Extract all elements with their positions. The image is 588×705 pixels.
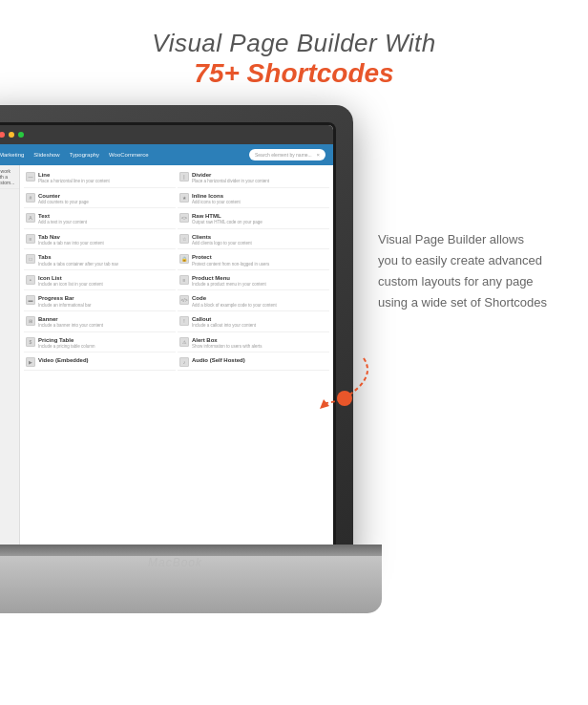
nav-item-typography[interactable]: Typography [70, 152, 99, 158]
screen-nav: Marketing Slideshow Typography WooCommer… [0, 144, 333, 165]
shortcode-icon-list[interactable]: • Icon List Include an icon list in your… [24, 272, 176, 291]
shortcode-protect[interactable]: 🔒 Protect Protect content from non-logge… [178, 251, 329, 270]
screen-content: to work with a custom... — Line Place a … [0, 165, 333, 551]
counter-icon: # [26, 193, 35, 203]
shortcode-clients[interactable]: ☆ Clients Add clients logo to your conte… [178, 231, 329, 250]
shortcode-pricing-table[interactable]: $ Pricing Table Include a pricing table … [24, 334, 176, 353]
arrow-container [306, 353, 383, 411]
icon-list-icon: • [26, 275, 35, 285]
shortcode-code[interactable]: </> Code Add a block of example code to … [178, 292, 329, 311]
code-icon: </> [179, 295, 189, 305]
side-text-line3: custom layouts for any page [378, 274, 534, 288]
laptop-screen: Marketing Slideshow Typography WooCommer… [0, 125, 333, 551]
tabs-icon: □ [26, 254, 35, 264]
shortcode-grid: — Line Place a horizontal line in your c… [20, 165, 333, 551]
protect-icon: 🔒 [179, 254, 189, 264]
tab-nav-icon: ≡ [26, 234, 35, 244]
divider-icon: | [179, 172, 189, 182]
line-icon: — [26, 172, 35, 182]
header-section: Visual Page Builder With 75+ Shortcodes [0, 0, 588, 108]
shortcode-banner[interactable]: ⊞ Banner Include a banner into your cont… [24, 313, 176, 332]
dot-yellow [9, 132, 14, 138]
shortcode-raw-html[interactable]: <> Raw HTML Output raw HTML code on your… [178, 210, 329, 229]
arrow-dot [337, 391, 352, 406]
search-clear-icon[interactable]: × [316, 152, 320, 158]
shortcode-product-menu[interactable]: ≡ Product Menu Include a product menu in… [178, 272, 329, 291]
header-subtitle: 75+ Shortcodes [0, 58, 588, 89]
laptop-screen-border: Marketing Slideshow Typography WooCommer… [0, 122, 336, 554]
header-title: Visual Page Builder With [0, 29, 588, 58]
search-box[interactable]: Search element by name... × [249, 149, 326, 160]
shortcode-alert-box[interactable]: ⚠ Alert Box Show information to users wi… [178, 334, 329, 353]
shortcode-video[interactable]: ▶ Video (Embedded) [24, 354, 176, 371]
alert-box-icon: ⚠ [179, 337, 189, 347]
progress-bar-icon: ▬ [26, 295, 35, 305]
inline-icons-icon: ★ [179, 193, 189, 203]
screen-sidebar: to work with a custom... [0, 165, 20, 551]
product-menu-icon: ≡ [179, 275, 189, 285]
raw-html-icon: <> [179, 213, 189, 223]
pricing-table-icon: $ [26, 337, 35, 347]
shortcode-line[interactable]: — Line Place a horizontal line in your c… [24, 169, 176, 188]
shortcode-tabs[interactable]: □ Tabs Include a tabs container after yo… [24, 251, 176, 270]
shortcode-inline-icons[interactable]: ★ Inline Icons Add icons to your content [178, 190, 329, 209]
shortcode-callout[interactable]: ! Callout Include a callout into your co… [178, 313, 329, 332]
side-text: Visual Page Builder allows you to easily… [378, 229, 569, 313]
side-text-line4: using a wide set of Shortcodes [378, 295, 547, 310]
nav-item-slideshow[interactable]: Slideshow [33, 152, 59, 158]
shortcode-counter[interactable]: # Counter Add counters to your page [24, 190, 176, 209]
side-text-line1: Visual Page Builder allows [378, 232, 524, 246]
callout-icon: ! [179, 316, 189, 326]
svg-marker-0 [320, 399, 329, 409]
laptop-hinge [0, 545, 382, 556]
banner-icon: ⊞ [26, 316, 35, 326]
text-icon: A [26, 213, 35, 223]
nav-item-woocommerce[interactable]: WooCommerce [109, 152, 149, 158]
laptop-brand-label: MacBook [148, 556, 202, 569]
shortcode-tab-nav[interactable]: ≡ Tab Nav Include a tab nav into your co… [24, 231, 176, 250]
shortcode-divider[interactable]: | Divider Place a horizontal divider in … [178, 169, 329, 188]
laptop-body: Marketing Slideshow Typography WooCommer… [0, 105, 353, 564]
audio-icon: ♪ [179, 357, 189, 367]
shortcode-progress-bar[interactable]: ▬ Progress Bar Include an informational … [24, 292, 176, 311]
nav-item-marketing[interactable]: Marketing [0, 152, 24, 158]
dot-green [18, 132, 24, 138]
shortcode-text[interactable]: A Text Add a text in your content [24, 210, 176, 229]
video-icon: ▶ [26, 357, 35, 367]
sidebar-item: to work with a custom... [0, 165, 19, 189]
screen-toolbar [0, 125, 333, 144]
dot-red [0, 132, 5, 138]
search-placeholder: Search element by name... [255, 152, 316, 158]
clients-icon: ☆ [179, 234, 189, 244]
side-text-line2: you to easily create advanced [378, 253, 542, 267]
